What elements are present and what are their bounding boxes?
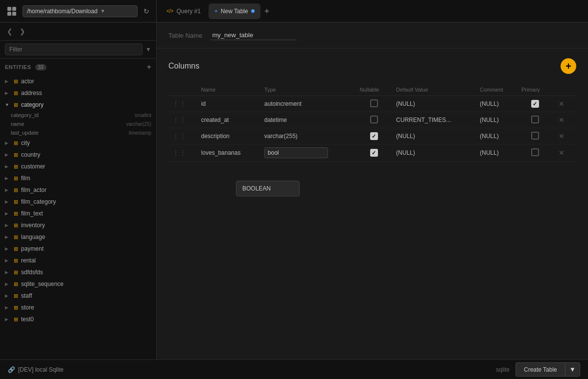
chevron-right-icon: ▶ xyxy=(5,199,11,204)
sidebar-item-film[interactable]: ▶ ⊞ film xyxy=(0,172,156,184)
drag-handle-icon[interactable]: ⋮⋮ xyxy=(172,149,186,157)
col-name-description: description xyxy=(197,128,260,144)
create-table-btn-wrap: Create Table ▼ xyxy=(516,362,580,377)
delete-row-id-button[interactable]: ✕ xyxy=(557,99,566,109)
tab-query1[interactable]: </> Query #1 xyxy=(161,3,207,19)
sidebar-item-customer[interactable]: ▶ ⊞ customer xyxy=(0,161,156,172)
bottombar-db-label: [DEV] local Sqlite xyxy=(18,366,64,373)
delete-row-created_at-button[interactable]: ✕ xyxy=(557,115,566,125)
sidebar-item-label: test0 xyxy=(21,316,151,323)
sidebar-item-inventory[interactable]: ▶ ⊞ inventory xyxy=(0,219,156,231)
content-header: Table Name xyxy=(157,23,588,48)
drag-handle-icon[interactable]: ⋮⋮ xyxy=(172,132,186,140)
sidebar-item-payment[interactable]: ▶ ⊞ payment xyxy=(0,243,156,255)
add-tab-button[interactable]: + xyxy=(262,5,272,18)
chevron-right-icon: ▶ xyxy=(5,305,11,310)
filter-input[interactable] xyxy=(5,44,142,55)
columns-table: Name Type Nullable Default Value Comment… xyxy=(168,84,576,162)
col-default-id: (NULL) xyxy=(392,96,476,112)
category-child-name[interactable]: name varchar(25) xyxy=(11,119,156,128)
chevron-right-icon: ▶ xyxy=(5,79,11,84)
col-header-default: Default Value xyxy=(392,84,476,96)
tab-dot xyxy=(251,9,255,13)
child-name-label: category_id xyxy=(11,112,132,118)
nullable-checkbox-created_at[interactable] xyxy=(370,116,378,123)
sidebar-item-label: film_actor xyxy=(21,187,151,193)
columns-section: Columns + Name Type Nullable Default Val… xyxy=(157,48,588,359)
refresh-button[interactable]: ↻ xyxy=(141,5,151,17)
table-icon: ⊞ xyxy=(14,281,18,287)
table-icon: ⊞ xyxy=(14,234,18,240)
col-header-primary: Primary xyxy=(517,84,553,96)
sidebar-item-label: actor xyxy=(21,78,151,85)
primary-checkbox-description[interactable] xyxy=(531,132,539,140)
db-selector[interactable]: /home/rathboma/Download ▼ xyxy=(23,5,138,17)
sidebar-item-test0[interactable]: ▶ ⊞ test0 xyxy=(0,313,156,325)
svg-rect-0 xyxy=(7,7,11,11)
category-child-category_id[interactable]: category_id smallint xyxy=(11,111,156,119)
category-child-last_update[interactable]: last_update timestamp xyxy=(11,128,156,137)
col-header-nullable: Nullable xyxy=(356,84,392,96)
sidebar-item-sdfdsfds[interactable]: ▶ ⊞ sdfdsfds xyxy=(0,266,156,278)
sidebar-item-film_text[interactable]: ▶ ⊞ film_text xyxy=(0,208,156,219)
sidebar-item-rental[interactable]: ▶ ⊞ rental xyxy=(0,255,156,266)
chevron-right-icon: ▶ xyxy=(5,152,11,157)
sidebar-item-city[interactable]: ▶ ⊞ city xyxy=(0,137,156,149)
col-comment-loves_bananas: (NULL) xyxy=(476,144,517,162)
delete-row-description-button[interactable]: ✕ xyxy=(557,131,566,141)
nullable-checkbox-id[interactable] xyxy=(370,99,378,107)
table-row: ⋮⋮ loves_bananas (NULL) (NULL) ✕ xyxy=(168,144,576,162)
sidebar-item-category[interactable]: ▼ ⊞ category xyxy=(0,99,156,111)
drag-handle-icon[interactable]: ⋮⋮ xyxy=(172,116,186,124)
table-icon: ⊞ xyxy=(14,258,18,264)
sidebar-item-language[interactable]: ▶ ⊞ language xyxy=(0,231,156,243)
chevron-right-icon: ▶ xyxy=(5,293,11,298)
columns-header: Columns + xyxy=(168,58,576,74)
add-entity-button[interactable]: + xyxy=(147,63,151,71)
db-path-label: /home/rathboma/Download xyxy=(27,8,97,15)
table-icon: ⊞ xyxy=(14,90,18,96)
sidebar-item-label: address xyxy=(21,90,151,96)
col-default-description: (NULL) xyxy=(392,128,476,144)
col-header-drag xyxy=(168,84,197,96)
primary-checkbox-id[interactable] xyxy=(531,100,539,108)
table-name-input[interactable] xyxy=(210,30,296,40)
create-table-button[interactable]: Create Table xyxy=(516,362,565,377)
create-table-dropdown-button[interactable]: ▼ xyxy=(565,362,580,377)
add-column-button[interactable]: + xyxy=(561,58,576,74)
table-icon: ⊞ xyxy=(14,187,18,193)
tab-new-table[interactable]: + New Table xyxy=(209,3,260,19)
drag-handle-icon[interactable]: ⋮⋮ xyxy=(172,100,186,108)
delete-row-loves_bananas-button[interactable]: ✕ xyxy=(557,148,566,158)
nav-forward-button[interactable]: ❯ xyxy=(18,25,27,37)
chevron-right-icon: ▶ xyxy=(5,211,11,216)
entities-list: ▶ ⊞ actor ▶ ⊞ address ▼ ⊞ category categ… xyxy=(0,75,156,359)
chevron-right-icon: ▶ xyxy=(5,258,11,263)
nullable-checkbox-description[interactable] xyxy=(370,132,378,140)
primary-checkbox-loves_bananas[interactable] xyxy=(531,148,539,156)
table-icon: ⊞ xyxy=(14,316,18,323)
type-input-loves_bananas[interactable] xyxy=(264,147,328,158)
sidebar-item-actor[interactable]: ▶ ⊞ actor xyxy=(0,75,156,87)
sidebar-item-film_actor[interactable]: ▶ ⊞ film_actor xyxy=(0,184,156,196)
sidebar-item-country[interactable]: ▶ ⊞ country xyxy=(0,149,156,161)
sidebar-item-staff[interactable]: ▶ ⊞ staff xyxy=(0,290,156,302)
sidebar-item-label: film xyxy=(21,175,151,182)
col-type-loves_bananas[interactable] xyxy=(260,144,356,162)
nav-back-button[interactable]: ❮ xyxy=(5,25,15,37)
sidebar-item-film_category[interactable]: ▶ ⊞ film_category xyxy=(0,196,156,208)
sidebar-item-store[interactable]: ▶ ⊞ store xyxy=(0,302,156,313)
dropdown-item-boolean[interactable]: BOOLEAN xyxy=(236,181,299,196)
table-name-label: Table Name xyxy=(168,32,202,39)
sidebar-item-address[interactable]: ▶ ⊞ address xyxy=(0,87,156,99)
nullable-checkbox-loves_bananas[interactable] xyxy=(370,149,378,157)
bottombar-db-link[interactable]: 🔗 [DEV] local Sqlite xyxy=(8,366,64,373)
entities-count: 33 xyxy=(35,64,47,71)
col-type-id: autoincrement xyxy=(260,96,356,112)
sidebar-item-sqlite_sequence[interactable]: ▶ ⊞ sqlite_sequence xyxy=(0,278,156,290)
table-row: ⋮⋮ description varchar(255) (NULL) (NULL… xyxy=(168,128,576,144)
col-type-created_at: datetime xyxy=(260,112,356,128)
chevron-right-icon: ▶ xyxy=(5,246,11,251)
primary-checkbox-created_at[interactable] xyxy=(531,116,539,123)
sidebar-item-label: city xyxy=(21,140,151,146)
